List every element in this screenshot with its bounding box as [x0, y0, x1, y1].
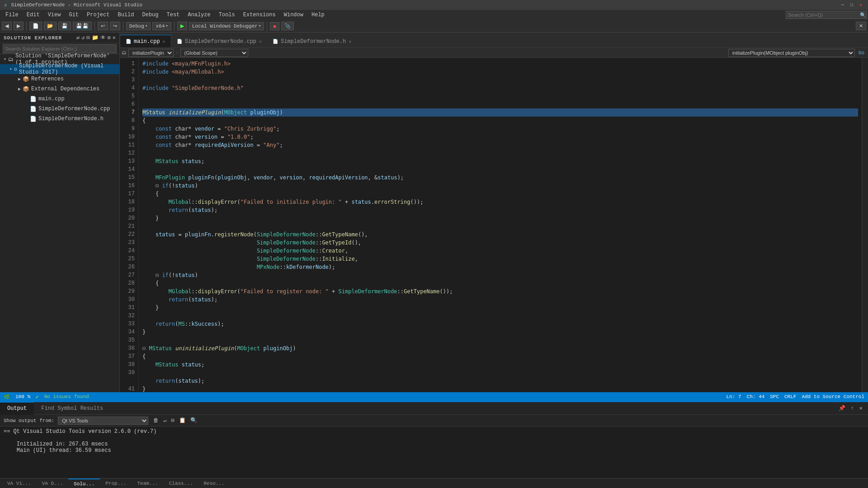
code-editor[interactable]: 1 2 3 4 5 6 7 8 9 10 11 12 13 14 15 16 1… [120, 58, 868, 392]
tree-item-references[interactable]: ▶ 📦 References [0, 74, 119, 84]
save-button[interactable]: 💾 [58, 22, 71, 30]
editor-scrollbar[interactable] [862, 58, 868, 392]
line-numbers: 1 2 3 4 5 6 7 8 9 10 11 12 13 14 15 16 1… [120, 58, 139, 392]
menu-item-window[interactable]: Window [280, 11, 307, 19]
output-find-icon[interactable]: 🔍 [189, 416, 198, 425]
stop-debug-button[interactable]: ■ [270, 22, 279, 30]
menu-item-project[interactable]: Project [83, 11, 113, 19]
git-icon: 🌿 [4, 394, 10, 400]
open-button[interactable]: 📂 [44, 22, 57, 30]
tab-simpledeformernode-h-close[interactable]: ✕ [349, 39, 351, 44]
code-line-36: ⊟ MStatus uninitializePlugin(MObject plu… [142, 344, 858, 352]
add-source-control[interactable]: Add to Source Control [802, 394, 864, 399]
solution-expand-arrow: ▾ [4, 56, 6, 62]
nav-function-dropdown[interactable]: initializePlugin(MObject pluginObj) [728, 49, 855, 57]
tab-simpledeformernode-cpp[interactable]: 📄 SimpleDeformerNode.cpp ✕ [171, 35, 267, 47]
menu-item-view[interactable]: View [44, 11, 65, 19]
search-input[interactable] [786, 11, 867, 19]
menu-item-help[interactable]: Help [308, 11, 328, 19]
output-close-icon[interactable]: ✕ [858, 404, 864, 413]
output-tab-find-symbol[interactable]: Find Symbol Results [34, 402, 110, 415]
sidebar-show-all-icon[interactable]: 👁 [100, 34, 106, 41]
nav-file-dropdown[interactable]: initializePlugin [128, 49, 174, 57]
sidebar-filter-icon[interactable]: ⊟ [86, 34, 90, 41]
config-dropdown[interactable]: Debug ▾ [126, 22, 151, 30]
tree-item-project[interactable]: ▾ ⚙ SimpleDeformerNode (Visual Studio 20… [0, 64, 119, 74]
sidebar-new-folder-icon[interactable]: 📁 [92, 34, 99, 41]
close-editor-button[interactable]: ✕ [856, 22, 866, 30]
sidebar-refresh-icon[interactable]: ↺ [81, 34, 85, 41]
bottom-tab-va-o[interactable]: VA O... [37, 479, 68, 488]
menu-item-test[interactable]: Test [163, 11, 184, 19]
menu-item-file[interactable]: File [2, 11, 22, 19]
output-word-wrap-icon[interactable]: ↵ [162, 416, 168, 425]
tab-simpledeformernode-h[interactable]: 📄 SimpleDeformerNode.h ✕ [267, 35, 357, 47]
platform-dropdown[interactable]: x64 ▾ [152, 22, 171, 30]
line-num-32: 32 [120, 312, 135, 320]
platform-dropdown-arrow: ▾ [165, 23, 168, 28]
redo-button[interactable]: ↪ [110, 22, 120, 30]
code-line-13: MStatus status; [142, 157, 858, 165]
line-num-24: 24 [120, 247, 135, 255]
code-line-2: #include <maya/MGlobal.h> [142, 68, 858, 76]
debugger-dropdown[interactable]: Local Windows Debugger ▾ [189, 22, 264, 30]
bottom-tab-team[interactable]: Team... [132, 479, 163, 488]
new-project-button[interactable]: 📄 [29, 22, 42, 30]
code-line-41: } [142, 385, 858, 392]
back-button[interactable]: ◀ [2, 22, 12, 30]
output-clear-icon[interactable]: 🗑 [152, 416, 160, 425]
output-filter-icon[interactable]: ⊟ [170, 416, 175, 425]
menu-item-edit[interactable]: Edit [23, 11, 43, 19]
output-line-2 [4, 435, 864, 441]
line-num-6: 6 [120, 100, 135, 108]
bottom-tab-solu[interactable]: Solu... [68, 479, 100, 488]
code-line-28: { [142, 279, 858, 287]
sidebar-close-icon[interactable]: ✕ [113, 34, 116, 41]
output-copy-icon[interactable]: 📋 [178, 416, 187, 425]
code-line-14 [142, 165, 858, 174]
tree-item-main-cpp[interactable]: ▶ 📄 main.cpp [0, 94, 119, 104]
navigation-bar: 🗂 initializePlugin › (Global Scope) init… [120, 48, 868, 58]
tab-main-cpp[interactable]: 📄 main.cpp ✕ [120, 35, 171, 47]
sidebar-properties-icon[interactable]: ⚙ [108, 34, 111, 41]
menu-item-extensions[interactable]: Extensions [240, 11, 279, 19]
menu-item-analyze[interactable]: Analyze [184, 11, 214, 19]
zoom-level: 100 % [15, 394, 30, 399]
simpledeformernode-cpp-icon: 📄 [30, 106, 37, 113]
output-expand-icon[interactable]: ↑ [849, 404, 856, 413]
line-num-30: 30 [120, 296, 135, 304]
nav-go-btn[interactable]: Go [857, 50, 866, 56]
menu-item-build[interactable]: Build [114, 11, 137, 19]
undo-button[interactable]: ↩ [98, 22, 108, 30]
tree-item-external-deps[interactable]: ▶ 📦 External Dependencies [0, 84, 119, 94]
tree-item-simpledeformernode-h[interactable]: ▶ 📄 SimpleDeformerNode.h [0, 114, 119, 124]
line-num-22: 22 [120, 230, 135, 239]
code-line-37: { [142, 352, 858, 361]
menu-item-tools[interactable]: Tools [215, 11, 239, 19]
menu-item-debug[interactable]: Debug [138, 11, 162, 19]
output-source-dropdown[interactable]: Qt VS Tools [58, 417, 148, 425]
code-content[interactable]: #include <maya/MFnPlugin.h> #include <ma… [139, 58, 862, 392]
maximize-button[interactable]: □ [848, 1, 855, 9]
bottom-tab-reso[interactable]: Reso... [198, 479, 230, 488]
bottom-tab-prop[interactable]: Prop... [100, 479, 132, 488]
bottom-tab-class[interactable]: Class... [164, 479, 198, 488]
output-pin-icon[interactable]: 📌 [837, 404, 847, 413]
forward-button[interactable]: ▶ [14, 22, 24, 30]
save-all-button[interactable]: 💾💾 [73, 22, 92, 30]
tree-item-simpledeformernode-cpp[interactable]: ▶ 📄 SimpleDeformerNode.cpp [0, 104, 119, 114]
toolbar-separator-5 [267, 22, 267, 31]
search-solution-input[interactable] [3, 44, 117, 53]
attach-button[interactable]: 📎 [281, 22, 294, 30]
tab-simpledeformernode-cpp-close[interactable]: ✕ [259, 39, 262, 44]
nav-scope-dropdown[interactable]: (Global Scope) [180, 49, 248, 57]
output-tab-output[interactable]: Output [0, 402, 34, 415]
menu-item-git[interactable]: Git [65, 11, 82, 19]
close-button[interactable]: ✕ [857, 1, 864, 9]
spc-label: SPC [770, 394, 779, 399]
start-debug-button[interactable]: ▶ [177, 22, 187, 30]
minimize-button[interactable]: ─ [839, 1, 846, 9]
tab-main-cpp-close[interactable]: ✕ [163, 39, 165, 44]
sidebar-sync-icon[interactable]: ⇄ [76, 34, 80, 41]
bottom-tab-va-vi[interactable]: VA Vi... [2, 479, 37, 488]
